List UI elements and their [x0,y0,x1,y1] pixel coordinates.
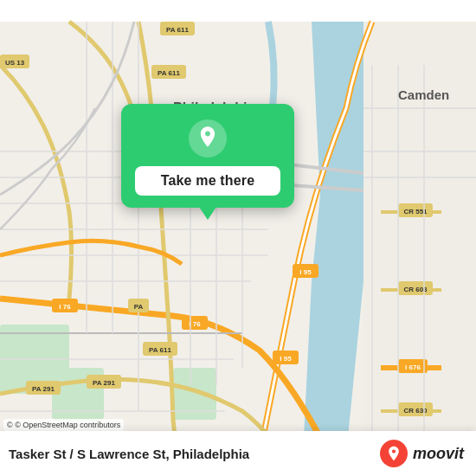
map-container: I 95 I 95 I 76 I 76 PA 611 PA 611 PA 291… [0,0,476,476]
bottom-bar: Tasker St / S Lawrence St, Philadelphia … [0,431,476,476]
svg-rect-2 [363,22,476,454]
svg-text:PA 291: PA 291 [32,385,55,393]
svg-text:I 95: I 95 [280,355,292,363]
location-pin-icon [196,125,220,152]
svg-text:PA: PA [134,303,144,311]
svg-text:I 95: I 95 [299,268,312,276]
svg-text:PA 611: PA 611 [166,26,189,34]
moovit-text: moovit [413,445,464,463]
svg-text:I 76: I 76 [59,303,71,311]
take-me-there-button[interactable]: Take me there [135,166,280,196]
moovit-logo: moovit [380,440,464,467]
location-icon-circle [189,119,227,158]
svg-text:US 13: US 13 [5,59,25,67]
svg-text:PA 611: PA 611 [149,346,171,354]
popup-card: Take me there [121,104,294,208]
map-attribution: © © OpenStreetMap contributors [3,419,124,431]
svg-text:Camden: Camden [398,87,449,102]
map-background: I 95 I 95 I 76 I 76 PA 611 PA 611 PA 291… [0,0,476,476]
svg-text:I 676: I 676 [405,363,421,371]
moovit-icon [380,440,408,467]
svg-text:PA 291: PA 291 [93,379,115,387]
location-name: Tasker St / S Lawrence St, Philadelphia [9,447,249,461]
svg-text:PA 611: PA 611 [158,69,180,77]
attribution-text: © OpenStreetMap contributors [15,421,120,429]
